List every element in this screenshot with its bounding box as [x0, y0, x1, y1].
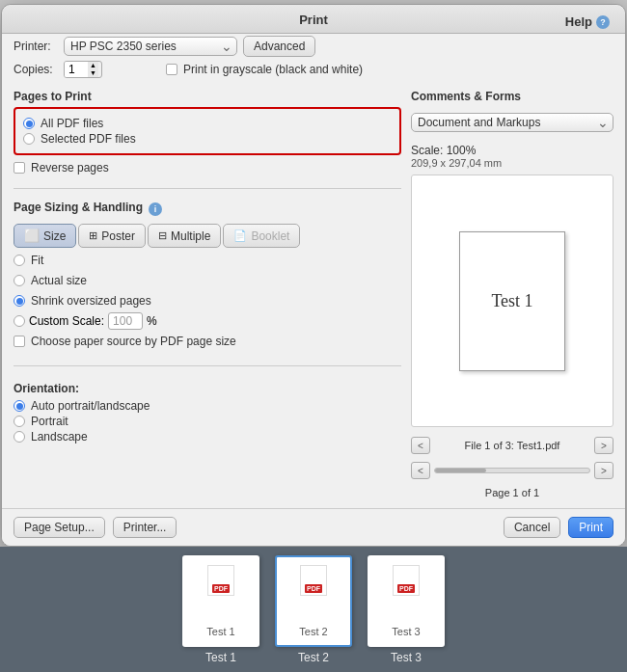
- custom-scale-label: Custom Scale:: [29, 314, 104, 328]
- poster-tab-icon: ⊞: [89, 229, 97, 242]
- paper-source-label: Choose paper source by PDF page size: [31, 335, 236, 348]
- custom-scale-input[interactable]: 100: [108, 312, 143, 330]
- cancel-button[interactable]: Cancel: [504, 517, 560, 538]
- copies-spinner[interactable]: 1 ▲ ▼: [64, 61, 102, 78]
- printer-label: Printer:: [14, 40, 58, 53]
- tab-booklet[interactable]: 📄 Booklet: [223, 224, 300, 248]
- thumb-card-3[interactable]: PDF Test 3: [368, 555, 445, 647]
- divider-2: [14, 365, 401, 366]
- sizing-tabs: ⬜ Size ⊞ Poster ⊟ Multiple 📄: [14, 224, 401, 248]
- all-pdf-label: All PDF files: [41, 117, 103, 130]
- shrink-label: Shrink oversized pages: [31, 294, 151, 308]
- paper-source-row[interactable]: Choose paper source by PDF page size: [14, 335, 401, 348]
- pdf-icon-3: PDF: [393, 565, 420, 596]
- preview-paper: Test 1: [459, 231, 565, 371]
- tab-poster[interactable]: ⊞ Poster: [78, 224, 146, 248]
- booklet-tab-icon: 📄: [233, 229, 247, 242]
- bottom-bar: Page Setup... Printer... Cancel Print: [2, 508, 625, 546]
- percent-sign: %: [147, 314, 157, 328]
- progress-row: < >: [411, 462, 613, 479]
- portrait-label: Portrait: [31, 415, 68, 428]
- size-options: Fit Actual size Shrink oversized pages: [14, 252, 401, 350]
- scale-label: Scale: 100%: [411, 144, 613, 157]
- actual-size-radio[interactable]: [14, 275, 25, 286]
- page-setup-button[interactable]: Page Setup...: [14, 517, 105, 538]
- pages-section: Pages to Print All PDF files Selected PD…: [14, 90, 401, 176]
- selected-pdf-radio[interactable]: [23, 133, 35, 145]
- copies-label: Copies:: [14, 63, 58, 76]
- help-link[interactable]: Help ?: [565, 14, 610, 29]
- thumb-label-2: Test 2: [298, 651, 329, 664]
- thumb-item-2[interactable]: PDF Test 2 Test 2: [275, 555, 352, 664]
- size-tab-label: Size: [43, 229, 66, 243]
- preview-area: Test 1: [411, 175, 613, 427]
- thumb-item-3[interactable]: PDF Test 3 Test 3: [368, 555, 445, 664]
- landscape-row[interactable]: Landscape: [14, 430, 401, 444]
- thumb-text-1: Test 1: [206, 626, 234, 637]
- reverse-pages-checkbox[interactable]: [14, 162, 25, 174]
- auto-orientation-row[interactable]: Auto portrait/landscape: [14, 399, 401, 413]
- actual-size-label: Actual size: [31, 274, 87, 287]
- advanced-button[interactable]: Advanced: [243, 36, 315, 57]
- shrink-row[interactable]: Shrink oversized pages: [14, 294, 401, 308]
- pdf-icon-2: PDF: [300, 565, 327, 596]
- printer-button[interactable]: Printer...: [113, 517, 177, 538]
- custom-scale-radio[interactable]: [14, 315, 25, 327]
- poster-tab-label: Poster: [101, 229, 135, 243]
- all-pdf-radio[interactable]: [23, 118, 35, 129]
- bottom-right: Cancel Print: [504, 517, 613, 538]
- landscape-radio[interactable]: [14, 431, 25, 443]
- thumbnails-bar: PDF Test 1 Test 1 PDF Test 2 Test 2: [0, 547, 627, 672]
- actual-size-row[interactable]: Actual size: [14, 274, 401, 287]
- thumb-card-1[interactable]: PDF Test 1: [182, 555, 259, 647]
- copies-down[interactable]: ▼: [88, 69, 98, 77]
- thumb-label-1: Test 1: [205, 651, 236, 664]
- next-file-button[interactable]: >: [594, 437, 613, 454]
- info-icon[interactable]: i: [149, 202, 162, 216]
- landscape-label: Landscape: [31, 430, 88, 444]
- pages-section-label: Pages to Print: [14, 90, 401, 103]
- prev-file-button[interactable]: <: [411, 437, 430, 454]
- orientation-section: Orientation: Auto portrait/landscape Por…: [14, 382, 401, 445]
- tab-multiple[interactable]: ⊟ Multiple: [148, 224, 221, 248]
- thumb-text-3: Test 3: [392, 626, 420, 637]
- thumb-icon-2: PDF: [300, 565, 327, 596]
- fit-row[interactable]: Fit: [14, 254, 401, 267]
- reverse-pages-label: Reverse pages: [31, 161, 109, 175]
- copies-row: Copies: 1 ▲ ▼ Print in grayscale (black …: [2, 59, 625, 80]
- orientation-label: Orientation:: [14, 382, 401, 395]
- auto-orientation-radio[interactable]: [14, 400, 25, 412]
- prev-page-button[interactable]: <: [411, 462, 430, 479]
- comments-select[interactable]: Document and Markups: [411, 113, 613, 132]
- next-page-button[interactable]: >: [594, 462, 613, 479]
- tab-size[interactable]: ⬜ Size: [14, 224, 76, 248]
- left-panel: Pages to Print All PDF files Selected PD…: [14, 90, 401, 498]
- thumb-icon-1: PDF: [207, 565, 234, 596]
- shrink-radio[interactable]: [14, 295, 25, 307]
- dialog-title: Print: [299, 13, 328, 27]
- grayscale-checkbox[interactable]: [166, 64, 177, 75]
- all-pdf-row[interactable]: All PDF files: [23, 117, 392, 130]
- divider-1: [14, 188, 401, 189]
- thumb-card-2[interactable]: PDF Test 2: [275, 555, 352, 647]
- multiple-tab-icon: ⊟: [158, 229, 167, 242]
- sizing-header: Page Sizing & Handling i: [14, 201, 401, 218]
- grayscale-row[interactable]: Print in grayscale (black and white): [166, 63, 363, 76]
- fit-radio[interactable]: [14, 255, 25, 266]
- main-content: Pages to Print All PDF files Selected PD…: [2, 80, 625, 508]
- portrait-radio[interactable]: [14, 416, 25, 427]
- reverse-pages-row[interactable]: Reverse pages: [14, 161, 401, 175]
- pages-options: All PDF files Selected PDF files: [14, 107, 401, 155]
- dimensions-label: 209,9 x 297,04 mm: [411, 157, 613, 169]
- custom-scale-row: Custom Scale: 100 %: [14, 312, 401, 330]
- progress-bar: [434, 468, 590, 473]
- thumb-item-1[interactable]: PDF Test 1 Test 1: [182, 555, 259, 664]
- portrait-row[interactable]: Portrait: [14, 415, 401, 428]
- selected-pdf-row[interactable]: Selected PDF files: [23, 132, 392, 146]
- size-tab-icon: ⬜: [24, 228, 40, 243]
- page-label: Page 1 of 1: [411, 487, 613, 498]
- paper-source-checkbox[interactable]: [14, 336, 25, 347]
- copies-up[interactable]: ▲: [88, 62, 98, 69]
- print-button[interactable]: Print: [568, 517, 613, 538]
- printer-select[interactable]: HP PSC 2350 series: [64, 37, 237, 56]
